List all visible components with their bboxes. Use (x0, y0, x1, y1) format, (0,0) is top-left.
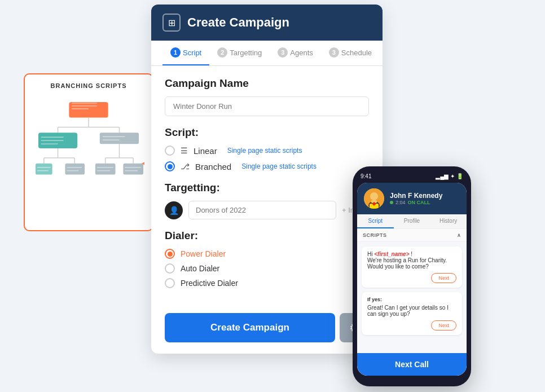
phone-content: Hi <first_name> ! We're hosting a Run fo… (357, 242, 467, 353)
tab-script[interactable]: 1 Script (162, 41, 209, 65)
next-call-button[interactable]: Next Call (357, 353, 467, 376)
targeting-icon: 👤 (165, 201, 183, 219)
power-dialer-label: Power Dialer (181, 249, 226, 258)
svg-rect-24 (65, 164, 85, 175)
create-campaign-button[interactable]: Create Campaign (165, 313, 335, 342)
first-name-tag: <first_name> (374, 251, 409, 257)
chat-bubble-1: Hi <first_name> ! We're hosting a Run fo… (362, 246, 462, 288)
modal-tabs: 1 Script 2 Targetting 3 Agents 3 Schedul… (151, 41, 383, 66)
svg-rect-32 (95, 164, 116, 175)
dialer-label: Dialer: (165, 230, 369, 242)
radio-power-inner (168, 252, 173, 257)
on-call-label: ON CALL (408, 200, 430, 205)
modal-body: Campaign Name Script: ☰ Linear Single pa… (151, 66, 383, 313)
svg-rect-21 (36, 164, 52, 175)
next-button-1[interactable]: Next (431, 273, 456, 283)
script-option-branched[interactable]: ⎇ Branched Single page static scripts (165, 161, 369, 171)
on-call-dot (390, 201, 393, 204)
scripts-label: SCRIPTS (363, 232, 387, 238)
radio-branched[interactable] (165, 161, 175, 171)
auto-dialer-label: Auto Dialer (181, 264, 219, 273)
tab-num-3b: 3 (329, 47, 339, 58)
call-time: 2:04 (395, 200, 406, 205)
branched-icon: ⎇ (181, 162, 190, 171)
radio-branched-inner (168, 164, 173, 169)
branching-card-title: BRANCHING SCRIPTS (33, 82, 144, 89)
radio-power[interactable] (165, 249, 175, 259)
phone-tab-profile[interactable]: Profile (394, 214, 430, 228)
modal-title: Create Campaign (187, 15, 289, 30)
radio-linear[interactable] (165, 146, 175, 156)
radio-auto[interactable] (165, 263, 175, 274)
tab-num-3a: 3 (278, 47, 288, 58)
radio-predictive[interactable] (165, 278, 175, 288)
phone-tab-history[interactable]: History (430, 214, 467, 228)
modal-header-icon: ⊞ (162, 14, 181, 32)
svg-point-40 (370, 192, 378, 200)
phone-header: John F Kennedy 2:04 ON CALL (357, 183, 467, 214)
phone-mockup: 9:41 ▂▄▆ ✦ 🔋 John F Kennedy (353, 166, 471, 386)
tab-agents[interactable]: 3 Agents (270, 41, 320, 65)
predictive-dialer-label: Predictive Dialer (181, 279, 238, 288)
tab-targetting[interactable]: 2 Targetting (209, 41, 270, 65)
if-yes-label: If yes: (367, 297, 456, 302)
targeting-row: 👤 + Import (165, 201, 369, 219)
modal-footer: Create Campaign ⚙ (151, 313, 383, 354)
branching-scripts-card: BRANCHING SCRIPTS (24, 73, 153, 231)
next-button-2[interactable]: Next (431, 320, 456, 331)
svg-rect-13 (100, 133, 139, 144)
targeting-input[interactable] (188, 201, 336, 219)
phone-avatar (364, 188, 384, 209)
linear-icon: ☰ (181, 146, 188, 155)
collapse-icon[interactable]: ∧ (457, 232, 462, 238)
tab-schedule-label: Schedule (341, 49, 372, 57)
script-label: Script: (165, 126, 369, 139)
phone-nav-tabs: Script Profile History (357, 214, 467, 229)
tab-schedule[interactable]: 3 Schedule (321, 41, 380, 65)
script-options: ☰ Linear Single page static scripts ⎇ Br… (165, 146, 369, 171)
modal-header: ⊞ Create Campaign (151, 5, 383, 41)
dialer-option-predictive[interactable]: Predictive Dialer (165, 278, 369, 288)
phone-scripts-header: SCRIPTS ∧ (357, 229, 467, 242)
svg-rect-35 (123, 164, 143, 175)
grid-icon: ⊞ (168, 17, 175, 28)
chat-bubble-if-yes: If yes: Great! Can I get your details so… (362, 292, 462, 335)
phone-screen: John F Kennedy 2:04 ON CALL Script Profi… (357, 183, 467, 376)
dialer-option-power[interactable]: Power Dialer (165, 249, 369, 259)
script-option-linear[interactable]: ☰ Linear Single page static scripts (165, 146, 369, 156)
linear-desc: Single page static scripts (227, 147, 302, 155)
linear-label: Linear (194, 146, 217, 156)
tab-targetting-label: Targetting (230, 49, 262, 57)
tree-diagram (33, 96, 144, 209)
tab-num-2: 2 (217, 47, 227, 58)
tab-script-label: Script (183, 49, 201, 57)
branched-desc: Single page static scripts (241, 162, 317, 170)
targeting-label: Targetting: (165, 182, 369, 194)
phone-time: 9:41 (361, 173, 371, 179)
campaign-name-label: Campaign Name (165, 77, 369, 90)
campaign-name-input[interactable] (165, 96, 369, 116)
contact-name: John F Kennedy (390, 192, 460, 200)
phone-tab-script[interactable]: Script (357, 214, 394, 228)
create-campaign-modal: ⊞ Create Campaign 1 Script 2 Targetting … (151, 5, 383, 354)
phone-contact-info: John F Kennedy 2:04 ON CALL (390, 192, 460, 205)
phone-status-bar: 9:41 ▂▄▆ ✦ 🔋 (357, 173, 467, 183)
contact-status: 2:04 ON CALL (390, 200, 460, 205)
dialer-options: Power Dialer Auto Dialer Predictive Dial… (165, 249, 369, 288)
dialer-option-auto[interactable]: Auto Dialer (165, 263, 369, 274)
branched-label: Branched (195, 162, 231, 171)
tab-agents-label: Agents (290, 49, 313, 57)
svg-rect-0 (69, 102, 108, 118)
phone-signal-icons: ▂▄▆ ✦ 🔋 (436, 173, 463, 179)
tab-num-1: 1 (170, 47, 181, 58)
